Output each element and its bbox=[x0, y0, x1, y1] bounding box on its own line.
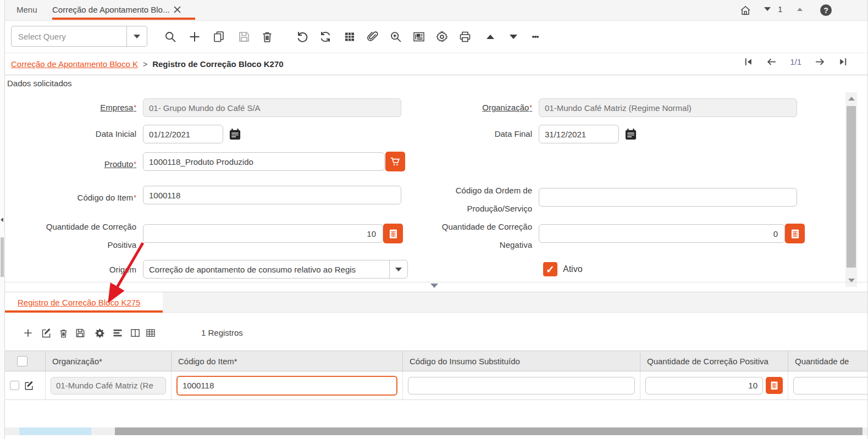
breadcrumb: Correção de Apontamento Bloco K > Regist… bbox=[5, 53, 867, 75]
produto-label[interactable]: Produto bbox=[104, 159, 136, 169]
breadcrumb-separator: > bbox=[143, 60, 147, 69]
record-navigation: 1/1 bbox=[744, 57, 848, 66]
empresa-label[interactable]: Empresa bbox=[100, 103, 136, 112]
home-icon[interactable] bbox=[739, 4, 751, 16]
panel-collapse-arrow-icon[interactable] bbox=[1, 218, 3, 222]
produto-cart-icon[interactable] bbox=[385, 152, 405, 171]
copy-icon[interactable] bbox=[211, 29, 226, 45]
data-inicial-label: Data Inicial bbox=[96, 129, 136, 138]
record-selector-down-icon[interactable] bbox=[764, 7, 771, 11]
previous-record-icon[interactable] bbox=[766, 57, 777, 66]
form-scrollbar[interactable] bbox=[845, 92, 857, 287]
col-codigo-insumo: Código do Insumo Substituído bbox=[403, 351, 640, 371]
data-inicial-field[interactable] bbox=[143, 125, 223, 143]
row-organizacao-field bbox=[51, 377, 166, 394]
breadcrumb-parent-link[interactable]: Correção de Apontamento Bloco K bbox=[11, 59, 138, 69]
ativo-checkbox[interactable]: ✓ bbox=[543, 262, 557, 276]
active-tab-label: Correção de Apontamento Blo... bbox=[52, 5, 169, 14]
row-codigo-item-field[interactable] bbox=[176, 376, 397, 396]
grid-save-icon[interactable] bbox=[73, 326, 87, 340]
close-icon[interactable] bbox=[174, 6, 181, 13]
col-codigo-item: Código do Item* bbox=[172, 351, 403, 371]
origem-value: Correção de apontamento de consumo relat… bbox=[143, 265, 389, 274]
left-scrollbar-thumb[interactable] bbox=[1, 237, 4, 277]
grid-columns-icon[interactable] bbox=[128, 326, 142, 340]
qtd-positiva-field[interactable] bbox=[143, 224, 383, 243]
qtd-positiva-calculator-icon[interactable] bbox=[383, 224, 403, 243]
row-checkbox[interactable] bbox=[10, 381, 19, 390]
form-scrollbar-thumb[interactable] bbox=[847, 106, 856, 268]
select-all-checkbox[interactable] bbox=[17, 356, 27, 366]
delete-icon[interactable] bbox=[259, 29, 275, 45]
row-qtd-positiva-calculator-icon[interactable] bbox=[766, 377, 783, 394]
settings-icon[interactable] bbox=[434, 29, 450, 45]
table-row bbox=[5, 371, 867, 400]
grid-add-icon[interactable] bbox=[21, 326, 35, 340]
grid-settings-icon[interactable] bbox=[92, 326, 107, 340]
horizontal-scrollbar[interactable] bbox=[5, 427, 867, 435]
qtd-negativa-field[interactable] bbox=[539, 224, 785, 243]
col-qtd-positiva: Quantidade de Correção Positiva bbox=[640, 351, 788, 371]
organizacao-field bbox=[539, 98, 797, 117]
select-query-combobox[interactable]: Select Query bbox=[11, 26, 147, 47]
qtd-negativa-calculator-icon[interactable] bbox=[785, 224, 805, 243]
scroll-up-icon[interactable] bbox=[848, 97, 855, 101]
record-count: 1 Registros bbox=[201, 328, 243, 337]
undo-icon[interactable] bbox=[295, 29, 310, 45]
col-organizacao: Organização* bbox=[46, 351, 172, 371]
organizacao-label[interactable]: Organização bbox=[482, 103, 532, 112]
help-button[interactable]: ? bbox=[820, 4, 832, 16]
active-tab-underline bbox=[52, 18, 195, 20]
data-final-calendar-icon[interactable] bbox=[622, 126, 639, 143]
data-inicial-calendar-icon[interactable] bbox=[226, 126, 244, 143]
origem-select[interactable]: Correção de apontamento de consumo relat… bbox=[143, 260, 408, 279]
last-record-icon[interactable] bbox=[838, 57, 848, 66]
data-final-field[interactable] bbox=[539, 125, 619, 143]
first-record-icon[interactable] bbox=[744, 57, 753, 66]
row-codigo-insumo-field[interactable] bbox=[408, 377, 635, 394]
add-icon[interactable] bbox=[187, 29, 202, 45]
horizontal-scrollbar-thumb[interactable] bbox=[115, 427, 863, 435]
save-icon[interactable] bbox=[236, 29, 252, 45]
attachment-icon[interactable] bbox=[365, 29, 380, 45]
next-record-icon[interactable] bbox=[815, 57, 825, 66]
select-query-dropdown-icon[interactable] bbox=[126, 26, 147, 46]
grid-delete-icon[interactable] bbox=[56, 326, 70, 340]
app-window: Menu Correção de Apontamento Blo... 1 ? … bbox=[0, 0, 868, 439]
annotation-arrow bbox=[82, 236, 165, 310]
splitter-collapse-icon[interactable] bbox=[430, 284, 438, 288]
tab-menu[interactable]: Menu bbox=[16, 5, 37, 14]
record-indicator: 1 bbox=[778, 4, 782, 14]
row-qtd-positiva-field[interactable] bbox=[645, 377, 763, 394]
row-qtd-negativa-field[interactable] bbox=[793, 377, 867, 394]
section-title: Dados solicitados bbox=[7, 79, 72, 88]
print-icon[interactable] bbox=[457, 29, 473, 45]
empresa-field bbox=[143, 98, 401, 117]
grid-edit-icon[interactable] bbox=[39, 326, 53, 340]
more-options-icon[interactable] bbox=[528, 29, 543, 45]
col-qtd-negativa: Quantidade de bbox=[788, 351, 867, 371]
codigo-ordem-field[interactable] bbox=[539, 188, 797, 207]
collapse-up-icon[interactable] bbox=[483, 29, 498, 45]
refresh-icon[interactable] bbox=[318, 29, 333, 45]
preview-icon[interactable] bbox=[411, 29, 427, 45]
codigo-item-field[interactable] bbox=[143, 186, 401, 204]
qtd-negativa-label: Quantidade de Correção Negativa bbox=[442, 222, 532, 249]
k275-tab-underline bbox=[5, 310, 163, 313]
produto-field[interactable] bbox=[143, 152, 385, 171]
record-selector-up-icon[interactable] bbox=[797, 8, 803, 11]
frozen-columns-indicator bbox=[19, 427, 91, 435]
record-position: 1/1 bbox=[790, 57, 801, 66]
search-icon[interactable] bbox=[163, 29, 178, 45]
ativo-label: Ativo bbox=[563, 264, 583, 274]
grid-rows-icon[interactable] bbox=[110, 326, 125, 340]
detail-tabstrip bbox=[163, 292, 867, 313]
table-icon[interactable] bbox=[342, 29, 357, 45]
detail-table-header: Organização* Código do Item* Código do I… bbox=[5, 351, 867, 371]
collapse-down-icon[interactable] bbox=[506, 29, 521, 45]
tab-active[interactable]: Correção de Apontamento Blo... bbox=[52, 5, 181, 14]
origem-dropdown-icon[interactable] bbox=[389, 260, 407, 278]
grid-table-icon[interactable] bbox=[143, 326, 158, 340]
row-edit-icon[interactable] bbox=[24, 380, 35, 391]
zoom-in-icon[interactable] bbox=[388, 29, 403, 45]
